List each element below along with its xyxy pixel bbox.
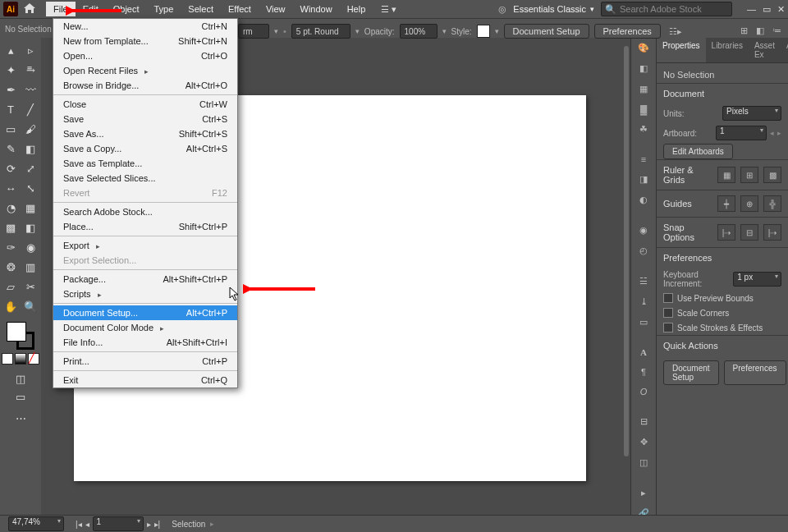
prev-artboard-icon[interactable]: ◂ [85, 520, 89, 529]
search-adobe-stock[interactable]: 🔍 Search Adobe Stock [601, 2, 732, 16]
slice-tool[interactable]: ✂ [21, 277, 39, 296]
minimize-icon[interactable]: — [747, 4, 756, 15]
file-menu-new-from-template[interactable]: New from Template...Shift+Ctrl+N [53, 34, 237, 48]
workspace-switcher[interactable]: Essentials Classic▾ [513, 4, 594, 14]
graphic-styles-icon[interactable]: ◴ [636, 245, 651, 256]
file-menu-browse-in-bridge[interactable]: Browse in Bridge...Alt+Ctrl+O [53, 78, 237, 93]
type-tool[interactable]: T [2, 100, 20, 118]
width-tool[interactable]: ↔ [2, 179, 20, 197]
menu-effect[interactable]: Effect [221, 2, 259, 16]
snap-point-icon[interactable]: |⇢ [717, 224, 735, 241]
brushes-icon[interactable]: ▓ [636, 104, 651, 114]
scale-strokes-checkbox[interactable]: Scale Strokes & Effects [657, 320, 788, 335]
file-menu-export[interactable]: Export [53, 238, 237, 253]
units-select[interactable]: Pixels [722, 106, 781, 121]
swatches-icon[interactable]: ▦ [636, 84, 651, 94]
artboard-next-icon[interactable]: ▸ [777, 129, 781, 137]
align-list-icon[interactable]: ≔ [772, 25, 781, 36]
first-artboard-icon[interactable]: |◂ [76, 520, 82, 529]
file-menu-print[interactable]: Print...Ctrl+P [53, 354, 237, 369]
color-guide-icon[interactable]: ◧ [636, 63, 651, 74]
appearance-icon[interactable]: ◉ [636, 225, 651, 236]
actions-icon[interactable]: ▸ [636, 488, 651, 498]
tab-properties[interactable]: Properties [657, 38, 706, 62]
column-graph-tool[interactable]: ▥ [21, 258, 39, 276]
layers-icon[interactable]: ☱ [636, 276, 651, 287]
arrange-documents-icon[interactable]: ☰ ▾ [381, 4, 396, 15]
menu-window[interactable]: Window [293, 2, 340, 16]
curvature-tool[interactable]: 〰 [21, 80, 39, 99]
pen-tool[interactable]: ✒ [2, 80, 20, 99]
file-menu-search-adobe-stock[interactable]: Search Adobe Stock... [53, 204, 237, 219]
opacity-value[interactable]: 100% [400, 24, 438, 39]
scale-corners-checkbox[interactable]: Scale Corners [657, 305, 788, 320]
file-menu-document-setup[interactable]: Document Setup...Alt+Ctrl+P [53, 305, 237, 320]
tab-artboards[interactable]: Artboar [781, 38, 788, 62]
stroke-profile[interactable]: rm [238, 24, 269, 39]
keyboard-increment-input[interactable]: 1 px [733, 272, 781, 287]
artboards-icon[interactable]: ▭ [636, 317, 651, 328]
file-menu-scripts[interactable]: Scripts [53, 287, 237, 301]
search-help-icon[interactable]: ◎ [498, 4, 506, 15]
smart-guides-icon[interactable]: ╬ [763, 195, 781, 212]
direct-selection-tool[interactable]: ▹ [21, 41, 39, 59]
rulers-icon[interactable]: ▦ [717, 167, 735, 183]
home-icon[interactable] [23, 2, 36, 16]
file-menu-new[interactable]: New...Ctrl+N [53, 19, 237, 34]
artboard-number[interactable]: 1 [93, 516, 144, 531]
status-more-icon[interactable]: ▸ [210, 520, 214, 528]
restore-icon[interactable]: ▭ [763, 4, 771, 15]
file-menu-open[interactable]: Open...Ctrl+O [53, 48, 237, 63]
last-artboard-icon[interactable]: ▸| [154, 520, 161, 529]
edit-artboards-button[interactable]: Edit Artboards [663, 144, 733, 159]
transparency-grid-icon[interactable]: ▩ [763, 167, 781, 183]
menu-type[interactable]: Type [147, 2, 181, 16]
file-menu-save[interactable]: SaveCtrl+S [53, 112, 237, 126]
preferences-button[interactable]: Preferences [594, 24, 661, 39]
graphic-style-swatch[interactable] [477, 25, 490, 38]
paragraph-icon[interactable]: ¶ [636, 367, 651, 377]
snap-pixel-icon[interactable]: |⇢ [763, 224, 781, 241]
menu-help[interactable]: Help [340, 2, 373, 16]
zoom-level[interactable]: 47,74% [8, 516, 64, 531]
file-menu-save-a-copy[interactable]: Save a Copy...Alt+Ctrl+S [53, 141, 237, 156]
rectangle-tool[interactable]: ▭ [2, 120, 20, 138]
transform-panel-icon[interactable]: ✥ [636, 437, 651, 447]
perspective-grid-tool[interactable]: ▦ [21, 199, 39, 217]
scale-tool[interactable]: ⤢ [21, 159, 39, 177]
next-artboard-icon[interactable]: ▸ [147, 520, 151, 529]
zoom-tool[interactable]: 🔍 [21, 297, 39, 315]
lasso-tool[interactable]: ⥱ [21, 61, 39, 79]
symbol-sprayer-tool[interactable]: ❂ [2, 258, 20, 276]
stroke-style[interactable]: 5 pt. Round [291, 24, 350, 39]
gradient-tool[interactable]: ◧ [21, 218, 39, 236]
menu-view[interactable]: View [259, 2, 293, 16]
transparency-icon[interactable]: ◐ [636, 195, 651, 205]
screen-mode-icon[interactable]: ▭ [11, 388, 30, 406]
isolate-icon[interactable]: ◧ [756, 25, 764, 36]
align-icon[interactable]: ☷▸ [669, 26, 682, 37]
document-setup-button[interactable]: Document Setup [504, 24, 589, 39]
fill-swatch[interactable] [7, 322, 26, 342]
stroke-icon[interactable]: ≡ [636, 154, 651, 164]
paintbrush-tool[interactable]: 🖌 [21, 120, 39, 138]
eyedropper-tool[interactable]: ✑ [2, 238, 20, 256]
color-mode-color[interactable] [2, 353, 13, 365]
align-panel-icon[interactable]: ⊟ [636, 416, 651, 427]
hand-tool[interactable]: ✋ [2, 297, 20, 315]
symbols-icon[interactable]: ☘ [636, 124, 651, 135]
edit-toolbar-icon[interactable]: ⋯ [11, 409, 30, 427]
snap-grid-icon[interactable]: ⊟ [740, 224, 758, 241]
guides-lock-icon[interactable]: ⊕ [740, 195, 758, 212]
shaper-tool[interactable]: ✎ [2, 140, 20, 158]
file-menu-place[interactable]: Place...Shift+Ctrl+P [53, 219, 237, 234]
fill-stroke-control[interactable] [7, 322, 34, 350]
transform-icon[interactable]: ⊞ [740, 25, 748, 36]
file-menu-close[interactable]: CloseCtrl+W [53, 97, 237, 112]
file-menu-exit[interactable]: ExitCtrl+Q [53, 373, 237, 388]
blend-tool[interactable]: ◉ [21, 238, 39, 256]
artboard-select[interactable]: 1 [716, 126, 767, 140]
tab-asset-export[interactable]: Asset Ex [749, 38, 781, 62]
draw-mode-icon[interactable]: ◫ [11, 369, 30, 388]
qa-preferences-button[interactable]: Preferences [724, 360, 786, 385]
